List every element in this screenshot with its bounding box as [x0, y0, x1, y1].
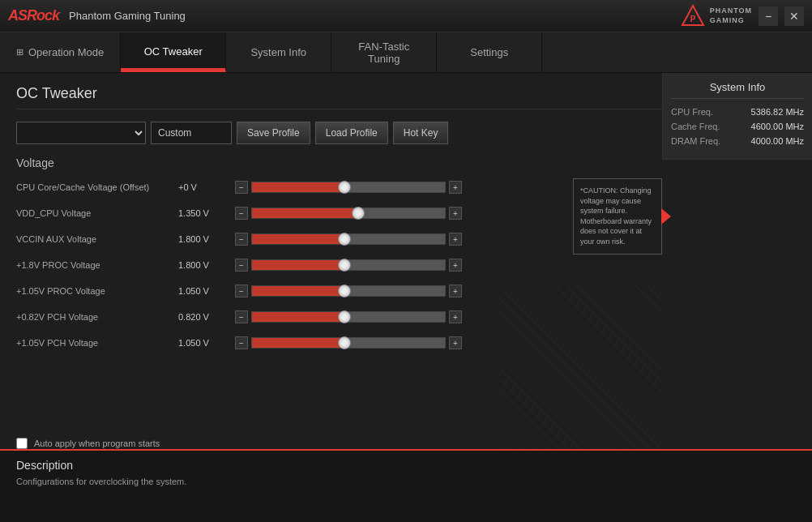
slider-thumb — [338, 233, 351, 246]
system-info-panel-title: System Info — [671, 81, 804, 99]
voltage-row: +1.05V PCH Voltage 1.050 V − + — [16, 333, 796, 353]
info-label: Cache Freq. — [671, 122, 720, 131]
slider-track[interactable] — [251, 311, 446, 323]
main-content: OC Tweaker Save Profile Load Profile Hot… — [0, 73, 812, 522]
tab-fan-tastic[interactable]: FAN-Tastic Tuning — [331, 32, 437, 72]
info-value: 4600.00 MHz — [751, 122, 804, 131]
auto-apply-label: Auto apply when program starts — [34, 439, 160, 448]
slider-plus-button[interactable]: + — [449, 181, 462, 194]
slider-minus-button[interactable]: − — [235, 207, 248, 220]
voltage-label: CPU Core/Cache Voltage (Offset) — [16, 182, 178, 192]
slider-container: − + — [235, 259, 462, 272]
hot-key-button[interactable]: Hot Key — [393, 122, 449, 144]
tab-operation-mode-label: Operation Mode — [28, 46, 104, 58]
tab-fan-tastic-label: FAN-Tastic Tuning — [358, 41, 409, 65]
phantom-logo-icon: P — [681, 4, 705, 28]
title-right: P PHANTOM GAMING − ✕ — [681, 4, 804, 28]
tab-operation-mode[interactable]: ⊞ Operation Mode — [0, 32, 121, 72]
slider-minus-button[interactable]: − — [235, 336, 248, 349]
slider-track[interactable] — [251, 208, 446, 219]
slider-minus-button[interactable]: − — [235, 259, 248, 272]
nav-bar: ⊞ Operation Mode OC Tweaker System Info … — [0, 32, 812, 73]
voltage-row: VCCIN AUX Voltage 1.800 V − + — [16, 229, 796, 249]
info-label: CPU Freq. — [671, 107, 713, 117]
slider-plus-button[interactable]: + — [449, 336, 462, 349]
voltage-row: VDD_CPU Voltage 1.350 V − + — [16, 203, 796, 223]
slider-container: − + — [235, 233, 462, 246]
description-text: Configurations for overclocking the syst… — [16, 477, 796, 486]
grid-icon: ⊞ — [16, 47, 24, 58]
system-info-rows: CPU Freq. 5386.82 MHz Cache Freq. 4600.0… — [671, 107, 804, 146]
info-row: Cache Freq. 4600.00 MHz — [671, 122, 804, 131]
tab-settings[interactable]: Settings — [437, 32, 542, 72]
voltage-value: 1.050 V — [178, 286, 235, 296]
description-section: Description Configurations for overclock… — [0, 449, 812, 522]
tab-system-info[interactable]: System Info — [226, 32, 331, 72]
tab-system-info-label: System Info — [250, 46, 306, 58]
slider-minus-button[interactable]: − — [235, 285, 248, 297]
system-info-panel: System Info CPU Freq. 5386.82 MHz Cache … — [662, 73, 812, 160]
tab-oc-tweaker-label: OC Tweaker — [144, 45, 203, 58]
info-label: DRAM Freq. — [671, 136, 720, 146]
slider-track[interactable] — [251, 285, 446, 297]
profile-name-input[interactable] — [151, 122, 232, 144]
slider-thumb — [352, 207, 365, 220]
slider-minus-button[interactable]: − — [235, 310, 248, 323]
voltage-section: Voltage CPU Core/Cache Voltage (Offset) … — [16, 156, 796, 353]
voltage-label: +1.05V PROC Voltage — [16, 286, 178, 296]
save-profile-button[interactable]: Save Profile — [237, 122, 310, 144]
voltage-label: +1.8V PROC Voltage — [16, 260, 178, 270]
slider-container: − + — [235, 207, 462, 220]
voltage-value: 1.350 V — [178, 208, 235, 218]
load-profile-button[interactable]: Load Profile — [315, 122, 388, 144]
slider-track[interactable] — [251, 182, 446, 193]
voltage-label: VCCIN AUX Voltage — [16, 234, 178, 244]
slider-thumb — [338, 310, 351, 323]
caution-box: *CAUTION: Changing voltage may cause sys… — [573, 178, 662, 255]
voltage-label: +1.05V PCH Voltage — [16, 338, 178, 348]
slider-track[interactable] — [251, 337, 446, 349]
slider-container: − + — [235, 285, 462, 297]
voltage-value: 1.050 V — [178, 338, 235, 348]
tab-oc-tweaker[interactable]: OC Tweaker — [121, 32, 226, 72]
voltage-value: 0.820 V — [178, 312, 235, 322]
info-row: DRAM Freq. 4000.00 MHz — [671, 136, 804, 146]
slider-container: − + — [235, 181, 462, 194]
slider-minus-button[interactable]: − — [235, 233, 248, 246]
phantom-logo-text: PHANTOM GAMING — [710, 6, 752, 25]
svg-text:P: P — [690, 15, 695, 24]
slider-container: − + — [235, 310, 462, 323]
description-title: Description — [16, 459, 796, 472]
voltage-value: 1.800 V — [178, 260, 235, 270]
close-button[interactable]: ✕ — [784, 6, 804, 26]
slider-thumb — [338, 181, 351, 194]
minimize-button[interactable]: − — [759, 6, 778, 26]
title-left: ASRock Phantom Gaming Tuning — [8, 7, 186, 24]
slider-container: − + — [235, 336, 462, 349]
voltage-label: VDD_CPU Voltage — [16, 208, 178, 218]
slider-plus-button[interactable]: + — [449, 233, 462, 246]
voltage-row: +1.8V PROC Voltage 1.800 V − + — [16, 255, 796, 275]
slider-plus-button[interactable]: + — [449, 285, 462, 297]
slider-thumb — [338, 259, 351, 272]
slider-plus-button[interactable]: + — [449, 207, 462, 220]
slider-minus-button[interactable]: − — [235, 181, 248, 194]
voltage-row: CPU Core/Cache Voltage (Offset) +0 V − + — [16, 178, 796, 197]
slider-plus-button[interactable]: + — [449, 259, 462, 272]
caution-text: *CAUTION: Changing voltage may cause sys… — [580, 186, 652, 246]
phantom-logo: P PHANTOM GAMING — [681, 4, 752, 28]
slider-thumb — [338, 336, 351, 349]
app-title: Phantom Gaming Tuning — [69, 10, 186, 22]
slider-track[interactable] — [251, 259, 446, 271]
profile-dropdown[interactable] — [16, 122, 146, 144]
bg-pattern — [500, 287, 662, 449]
slider-plus-button[interactable]: + — [449, 310, 462, 323]
title-bar: ASRock Phantom Gaming Tuning P PHANTOM G… — [0, 0, 812, 32]
info-row: CPU Freq. 5386.82 MHz — [671, 107, 804, 117]
voltage-label: +0.82V PCH Voltage — [16, 312, 178, 322]
tab-settings-label: Settings — [470, 46, 508, 58]
slider-track[interactable] — [251, 233, 446, 245]
slider-thumb — [338, 285, 351, 297]
voltage-value: 1.800 V — [178, 234, 235, 244]
auto-apply-checkbox[interactable] — [16, 438, 28, 449]
